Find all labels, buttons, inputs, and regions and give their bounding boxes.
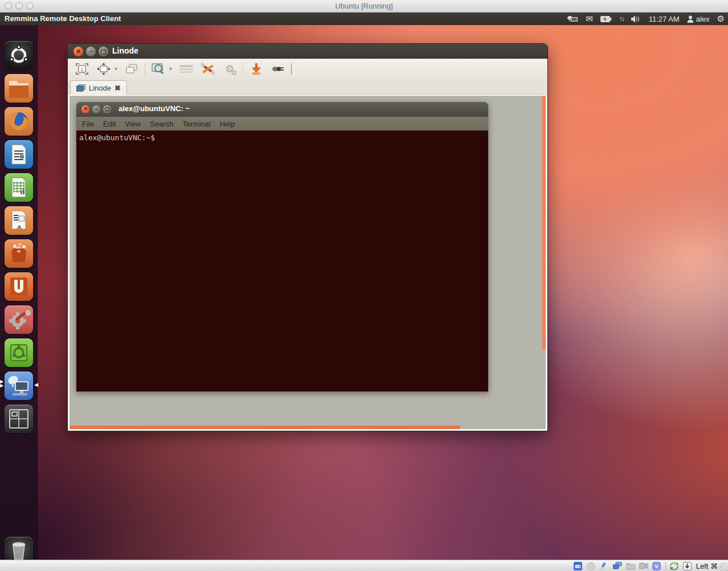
screenshot-download-icon[interactable] — [248, 62, 265, 76]
keyboard-capture-icon[interactable] — [683, 561, 692, 570]
battery-icon[interactable] — [600, 13, 612, 25]
tab-connection-icon — [76, 84, 85, 92]
user-name: alex — [696, 15, 710, 23]
ubuntu-top-panel: Remmina Remote Desktop Client ✉ — [0, 13, 728, 25]
preferences-gears-icon[interactable]: ⚙ ⚙ — [221, 62, 238, 76]
shared-folder-icon[interactable] — [626, 561, 635, 570]
vm-display: Remmina Remote Desktop Client ✉ — [0, 13, 728, 560]
mail-icon[interactable]: ✉ — [586, 13, 593, 25]
remmina-window: ✕ – ▢ Linode 1 — [67, 43, 548, 431]
ubuntu-one-icon[interactable] — [5, 272, 33, 301]
trash-icon[interactable] — [5, 537, 33, 560]
zoom-dropdown-icon[interactable]: ▼ — [168, 66, 173, 72]
menu-edit[interactable]: Edit — [103, 120, 116, 128]
terminal-close-button[interactable]: ✕ — [81, 105, 89, 113]
duplicate-icon[interactable] — [123, 62, 140, 76]
session-gear-icon[interactable]: ⚙ — [717, 13, 725, 25]
virtualbox-host-window: Ubuntu [Running] Remmina Remote Desktop … — [0, 0, 728, 571]
terminal-screen[interactable]: alex@ubuntuVNC:~$ — [76, 130, 488, 391]
remmina-toolbar: 1 ▼ — [68, 59, 547, 79]
network-displays-icon[interactable] — [613, 561, 622, 570]
user-icon — [687, 15, 694, 23]
virtualization-badge-icon[interactable]: V — [652, 561, 661, 570]
terminal-maximize-button[interactable]: ▢ — [103, 105, 111, 113]
vnc-artifact-strip — [542, 96, 546, 349]
software-center-icon[interactable] — [5, 239, 33, 268]
keyboard-grab-icon[interactable] — [178, 62, 195, 76]
user-menu[interactable]: alex — [687, 13, 710, 25]
volume-icon[interactable] — [631, 13, 641, 25]
tab-close-icon[interactable]: ✖ — [114, 84, 121, 92]
remote-desktop-view[interactable]: ✕ – ▢ alex@ubuntuVNC: ~ File Edit View S… — [68, 95, 547, 430]
software-updater-icon[interactable] — [5, 338, 33, 367]
scale-icon[interactable] — [95, 62, 112, 76]
scale-dropdown-icon[interactable]: ▼ — [113, 66, 118, 72]
remmina-focus-indicator: ◀ — [34, 382, 38, 388]
remmina-icon[interactable] — [5, 372, 33, 400]
window-maximize-button[interactable]: ▢ — [99, 47, 108, 56]
menu-view[interactable]: View — [125, 120, 141, 128]
shell-prompt: alex@ubuntuVNC:~$ — [79, 133, 155, 142]
tab-label: Linode — [89, 84, 111, 92]
terminal-title: alex@ubuntuVNC: ~ — [118, 104, 190, 113]
mac-titlebar: Ubuntu [Running] — [0, 0, 728, 13]
window-close-button[interactable]: ✕ — [73, 47, 83, 56]
fullscreen-icon[interactable]: 1 — [73, 62, 91, 76]
tab-linode[interactable]: Linode ✖ — [70, 80, 127, 95]
terminal-menubar: File Edit View Search Terminal Help — [76, 117, 488, 130]
clock[interactable]: 11:27 AM — [649, 13, 680, 25]
workspace-switcher-icon[interactable] — [5, 405, 33, 433]
host-key-label: Left ⌘ — [696, 562, 718, 570]
firefox-icon[interactable] — [5, 107, 33, 136]
active-app-title: Remmina Remote Desktop Client — [5, 14, 121, 23]
audio-pen-icon[interactable] — [600, 561, 609, 570]
svg-text:⚙: ⚙ — [231, 69, 236, 76]
svg-text:1: 1 — [80, 66, 83, 72]
network-updown-icon[interactable]: ↑↓ — [619, 13, 624, 25]
terminal-minimize-button[interactable]: – — [92, 105, 100, 113]
remmina-running-indicator: ▶▶ — [0, 380, 3, 388]
tools-icon[interactable] — [199, 62, 216, 76]
disconnect-plug-icon[interactable] — [269, 62, 287, 76]
remote-desktop-indicator-icon[interactable] — [567, 13, 578, 25]
virtualbox-statusbar: V Left ⌘ — [0, 560, 728, 571]
video-capture-icon[interactable] — [639, 561, 648, 570]
menu-search[interactable]: Search — [150, 120, 173, 128]
window-minimize-button[interactable]: – — [86, 47, 96, 56]
terminal-window: ✕ – ▢ alex@ubuntuVNC: ~ File Edit View S… — [76, 102, 488, 391]
harddisk-icon[interactable] — [574, 561, 583, 570]
host-window-title: Ubuntu [Running] — [0, 2, 728, 10]
remmina-titlebar[interactable]: ✕ – ▢ Linode — [68, 44, 547, 59]
dash-home-icon[interactable] — [5, 41, 33, 70]
toolbar-caret — [291, 63, 292, 75]
mouse-integration-icon[interactable] — [670, 561, 679, 570]
remmina-window-title: Linode — [112, 46, 138, 55]
unity-launcher: ▶▶ ◀ — [0, 25, 38, 560]
svg-text:V: V — [655, 564, 659, 569]
resize-grip[interactable] — [719, 562, 728, 571]
files-folder-icon[interactable] — [5, 74, 33, 103]
terminal-titlebar[interactable]: ✕ – ▢ alex@ubuntuVNC: ~ — [76, 102, 488, 117]
libreoffice-calc-icon[interactable] — [5, 173, 33, 202]
libreoffice-writer-icon[interactable] — [5, 140, 33, 169]
system-settings-icon[interactable] — [5, 305, 33, 334]
menu-help[interactable]: Help — [220, 120, 235, 128]
remmina-tab-bar: Linode ✖ — [68, 79, 547, 95]
optical-disc-icon[interactable] — [587, 561, 596, 570]
menu-file[interactable]: File — [82, 120, 94, 128]
menu-terminal[interactable]: Terminal — [183, 120, 211, 128]
libreoffice-impress-icon[interactable] — [5, 206, 33, 235]
zoom-icon[interactable] — [150, 62, 167, 76]
vnc-artifact-strip — [70, 426, 460, 429]
